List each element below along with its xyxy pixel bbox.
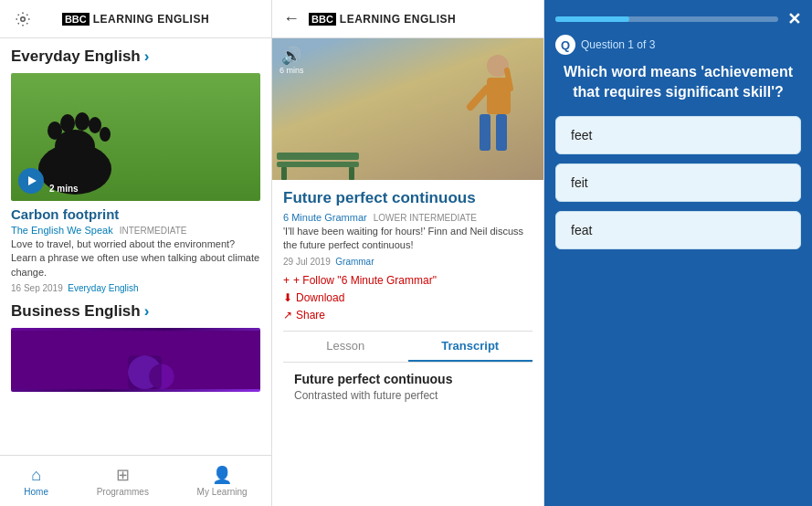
nav-my-learning-label: My Learning (197, 487, 248, 497)
nav-programmes-label: Programmes (97, 487, 149, 497)
panel-everyday-english: BBC LEARNING ENGLISH Everyday English › (0, 0, 272, 506)
bench-illustration (272, 143, 364, 180)
bbc-learning-text: LEARNING ENGLISH (93, 13, 209, 26)
close-button[interactable]: ✕ (787, 9, 801, 29)
share-icon: ↗ (283, 309, 292, 322)
share-label: Share (296, 309, 325, 322)
svg-point-0 (21, 16, 26, 21)
panel1-header: BBC LEARNING ENGLISH (0, 0, 271, 38)
section1-chevron: › (144, 47, 150, 66)
panel2-bbc-box: BBC (309, 13, 336, 26)
panel2-header: ← BBC LEARNING ENGLISH (272, 0, 543, 38)
answer-option-0[interactable]: feet (555, 116, 801, 154)
tab-lesson[interactable]: Lesson (283, 332, 408, 362)
article-actions: + + Follow "6 Minute Grammar" ⬇ Download… (283, 274, 533, 322)
article-person-illustration (452, 43, 525, 180)
download-icon: ⬇ (283, 291, 292, 304)
section1-title[interactable]: Everyday English › (11, 47, 260, 66)
panel2-content: 🔊 6 mins Future perfect continuous 6 Min… (272, 38, 543, 506)
download-link[interactable]: ⬇ Download (283, 291, 533, 304)
article-tabs: Lesson Transcript (283, 331, 533, 363)
question-icon-circle: Q (555, 35, 575, 55)
transcript-section: Future perfect continuous Contrasted wit… (283, 363, 533, 411)
follow-link[interactable]: + + Follow "6 Minute Grammar" (283, 274, 533, 287)
article-category-link[interactable]: Grammar (335, 257, 374, 267)
svg-point-6 (89, 117, 101, 133)
business-card-image (11, 328, 260, 392)
my-learning-icon: 👤 (212, 465, 232, 485)
audio-duration-label: 6 mins (279, 66, 304, 75)
programmes-icon: ⊞ (116, 465, 130, 485)
nav-my-learning[interactable]: 👤 My Learning (197, 465, 248, 497)
download-label: Download (296, 291, 344, 304)
svg-rect-21 (349, 167, 354, 180)
follow-label: + Follow "6 Minute Grammar" (293, 274, 437, 287)
svg-rect-14 (480, 114, 490, 151)
card1-category-link[interactable]: Everyday English (68, 283, 138, 293)
article-title: Future perfect continuous (283, 189, 533, 207)
svg-point-3 (47, 121, 62, 140)
nav-programmes[interactable]: ⊞ Programmes (97, 465, 149, 497)
progress-bar-fill (555, 16, 629, 22)
audio-button[interactable]: 🔊 6 mins (279, 46, 304, 75)
panel2-bbc-logo: BBC LEARNING ENGLISH (309, 13, 456, 26)
answer-options: feet feit feat (544, 116, 812, 249)
question-meta: Q Question 1 of 3 (544, 35, 812, 62)
article-series[interactable]: 6 Minute Grammar LOWER INTERMEDIATE (283, 212, 533, 223)
progress-bar-wrap (555, 16, 778, 22)
svg-rect-19 (277, 162, 359, 167)
svg-rect-20 (281, 167, 287, 180)
card1-level: INTERMEDIATE (120, 226, 187, 236)
panel2-learning-text: LEARNING ENGLISH (340, 13, 456, 26)
svg-point-4 (60, 114, 75, 132)
nav-home[interactable]: ⌂ Home (24, 466, 48, 497)
panel3-header: ✕ (544, 0, 812, 35)
svg-rect-15 (496, 114, 507, 151)
svg-rect-18 (277, 153, 359, 160)
section2-title[interactable]: Business English › (11, 302, 260, 321)
nav-home-label: Home (24, 487, 48, 497)
audio-icon: 🔊 (281, 46, 301, 66)
bbc-box: BBC (62, 13, 90, 26)
section2-chevron: › (144, 302, 150, 321)
article-image: 🔊 6 mins (272, 38, 543, 180)
transcript-title: Future perfect continuous (294, 372, 522, 386)
card1-image: 2 mins (11, 73, 260, 201)
svg-line-16 (470, 89, 487, 107)
transcript-subtitle: Contrasted with future perfect (294, 389, 522, 402)
panel1-content: Everyday English › 2 mins Carbon footpri… (0, 38, 271, 455)
settings-icon[interactable] (11, 7, 35, 31)
question-number: Question 1 of 3 (581, 38, 655, 51)
answer-option-1[interactable]: feit (555, 163, 801, 202)
back-button[interactable]: ← (283, 9, 300, 28)
follow-icon: + (283, 274, 290, 287)
panel-article: ← BBC LEARNING ENGLISH (272, 0, 544, 506)
share-link[interactable]: ↗ Share (283, 309, 533, 322)
svg-rect-11 (128, 356, 162, 390)
question-text: Which word means 'achievement that requi… (544, 62, 812, 116)
card1-series[interactable]: The English We Speak (11, 225, 113, 236)
card1-meta: The English We Speak INTERMEDIATE (11, 225, 260, 236)
bbc-logo: BBC LEARNING ENGLISH (62, 13, 209, 26)
article-series-name[interactable]: 6 Minute Grammar (283, 212, 367, 223)
card1-description: Love to travel, but worried about the en… (11, 237, 260, 279)
duration-label: 2 mins (49, 184, 79, 194)
answer-option-2[interactable]: feat (555, 211, 801, 249)
card1-date: 16 Sep 2019 Everyday English (11, 283, 260, 293)
card1-title[interactable]: Carbon footprint (11, 206, 260, 222)
panel-quiz: ✕ Q Question 1 of 3 Which word means 'ac… (544, 0, 812, 506)
business-image-graphic (11, 328, 260, 392)
article-body: Future perfect continuous 6 Minute Gramm… (272, 180, 543, 420)
svg-point-5 (75, 112, 90, 131)
article-level: LOWER INTERMEDIATE (374, 213, 477, 223)
home-icon: ⌂ (31, 466, 41, 485)
tab-transcript[interactable]: Transcript (408, 332, 533, 362)
article-date: 29 Jul 2019 Grammar (283, 257, 533, 267)
bottom-nav: ⌂ Home ⊞ Programmes 👤 My Learning (0, 455, 271, 506)
q-letter: Q (561, 38, 570, 52)
section-divider: Business English › (11, 302, 260, 392)
article-description: 'I'll have been waiting for hours!' Finn… (283, 225, 533, 253)
svg-line-17 (507, 70, 511, 89)
play-button[interactable] (18, 168, 44, 194)
svg-point-7 (100, 127, 111, 142)
